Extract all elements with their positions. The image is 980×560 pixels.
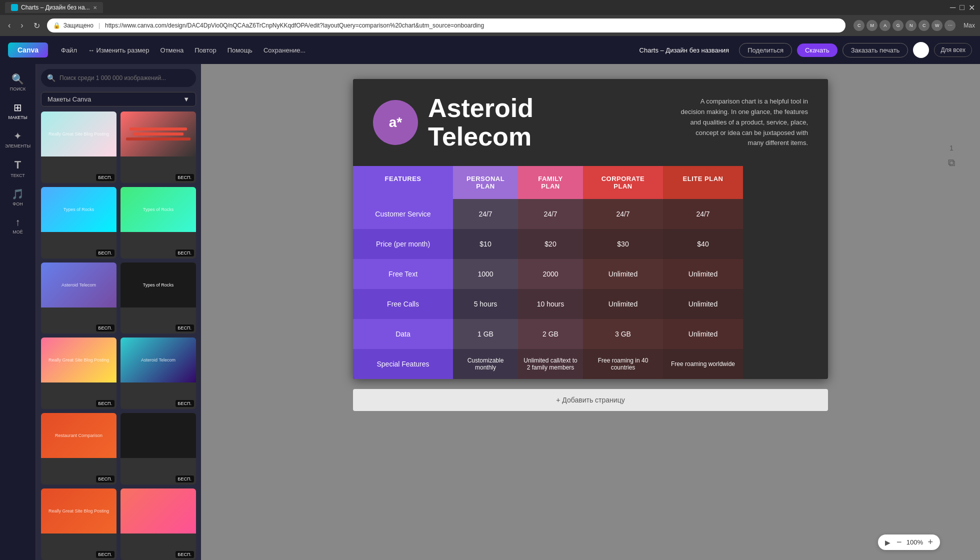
url-text: https://www.canva.com/design/DAC4DpVio0Q… [105, 22, 484, 29]
template-badge-1: БЕСП. [96, 174, 114, 181]
zoom-out-button[interactable]: − [896, 537, 902, 548]
left-sidebar: 🔍 ПОИСК ⊞ МАКЕТЫ ✦ ЭЛЕМЕНТЫ T ТЕКСТ 🎵 ФО… [0, 64, 36, 560]
cell-elite-special: Free roaming worldwide [663, 349, 743, 379]
tab-close-button[interactable]: ✕ [93, 5, 97, 10]
menu-help[interactable]: Помощь [222, 44, 258, 57]
cell-corporate-data: 3 GB [583, 319, 663, 349]
download-button[interactable]: Скачать [797, 44, 838, 57]
template-preview-11: Really Great Site Blog Posting [41, 488, 116, 534]
menu-save[interactable]: Сохранение... [258, 44, 310, 57]
cell-family-data: 2 GB [518, 319, 583, 349]
template-preview-3: Types of Rocks [41, 187, 116, 232]
sidebar-elements-label: ЭЛЕМЕНТЫ [5, 144, 31, 148]
menu-redo-label: Повтор [194, 46, 216, 54]
sidebar-uploads-label: МОЁ [12, 230, 23, 234]
menu-file[interactable]: Файл [56, 44, 82, 57]
maximize-button[interactable]: □ [960, 3, 964, 12]
lock-icon: 🔒 [53, 22, 60, 29]
template-card-3[interactable]: Types of Rocks БЕСП. [41, 187, 116, 258]
refresh-button[interactable]: ↻ [30, 20, 43, 32]
template-card-10[interactable]: БЕСП. [120, 413, 196, 484]
menu-undo[interactable]: Отмена [156, 44, 189, 57]
add-page-label: + Добавить страницу [556, 396, 624, 404]
menu-redo[interactable]: Повтор [190, 44, 221, 57]
cell-family-customer-service: 24/7 [518, 199, 583, 229]
family-special-value: Unlimited call/text to 2 family members [522, 357, 579, 371]
corporate-price-value: $30 [617, 240, 628, 248]
browser-tab[interactable]: Charts – Дизайн без на... ✕ [5, 2, 103, 13]
search-input[interactable] [60, 74, 190, 82]
canva-logo[interactable]: Canva [8, 42, 48, 58]
background-icon: 🎵 [12, 188, 24, 200]
copy-page-icon[interactable]: ⧉ [948, 157, 955, 168]
template-card-5[interactable]: Asteroid Telecom БЕСП. [41, 262, 116, 334]
template-dropdown[interactable]: Макеты Canva ▼ [41, 92, 196, 106]
back-button[interactable]: ‹ [5, 20, 14, 31]
template-badge-2: БЕСП. [176, 174, 194, 181]
search-icon: 🔍 [12, 73, 24, 85]
template-card-8[interactable]: Asteroid Telecom БЕСП. [120, 338, 196, 409]
for-all-button[interactable]: Для всех [934, 43, 972, 57]
cell-corporate-special: Free roaming in 40 countries [583, 349, 663, 379]
personal-free-calls-value: 5 hours [474, 300, 498, 308]
cell-personal-special: Customizable monthly [453, 349, 518, 379]
sidebar-search-label: ПОИСК [10, 86, 26, 92]
template-card-9[interactable]: Restaurant Comparison БЕСП. [41, 413, 116, 484]
sidebar-item-elements[interactable]: ✦ ЭЛЕМЕНТЫ [3, 126, 33, 152]
templates-grid: Really Great Site Blog Posting БЕСП. БЕС… [36, 112, 201, 560]
address-bar-row: ‹ › ↻ 🔒 Защищено | https://www.canva.com… [0, 15, 980, 36]
close-button[interactable]: ✕ [968, 3, 975, 12]
uploads-icon: ↑ [16, 216, 20, 228]
comparison-table: FEATURES PERSONALPLAN FAMILYPLAN CORPORA… [353, 166, 828, 379]
family-data-value: 2 GB [542, 330, 558, 338]
template-badge-6: БЕСП. [176, 324, 194, 332]
menu-resize[interactable]: ↔ Изменить размер [83, 44, 154, 57]
template-card-7[interactable]: Really Great Site Blog Posting БЕСП. [41, 338, 116, 409]
cell-elite-data: Unlimited [663, 319, 743, 349]
template-badge-4: БЕСП. [176, 250, 194, 256]
elite-data-value: Unlimited [688, 330, 718, 338]
forward-button[interactable]: › [18, 20, 26, 31]
zoom-in-button[interactable]: + [928, 537, 933, 548]
sidebar-item-templates[interactable]: ⊞ МАКЕТЫ [3, 98, 33, 124]
user-avatar[interactable] [913, 42, 929, 58]
family-customer-service-value: 24/7 [544, 210, 557, 218]
add-page-bar[interactable]: + Добавить страницу [353, 389, 828, 411]
window-controls: ─ □ ✕ [950, 3, 975, 12]
design-canvas: a* Asteroid Telecom A comparison chart i… [353, 79, 828, 379]
personal-customer-service-value: 24/7 [478, 210, 492, 218]
canvas-area[interactable]: 1 ⧉ a* Asteroid Telecom A comparison cha… [201, 64, 980, 560]
address-bar[interactable]: 🔒 Защищено | https://www.canva.com/desig… [47, 18, 846, 32]
template-card-1[interactable]: Really Great Site Blog Posting БЕСП. [41, 112, 116, 183]
col-header-corporate: CORPORATEPLAN [583, 166, 663, 199]
family-price-value: $20 [544, 240, 556, 248]
template-card-12[interactable]: БЕСП. [120, 488, 196, 560]
elite-free-calls-value: Unlimited [688, 300, 718, 308]
minimize-button[interactable]: ─ [950, 3, 956, 12]
sidebar-item-search[interactable]: 🔍 ПОИСК [3, 69, 33, 96]
chevron-down-icon: ▼ [183, 96, 190, 103]
template-card-2[interactable]: БЕСП. [120, 112, 196, 183]
template-card-6[interactable]: Types of Rocks БЕСП. [120, 262, 196, 334]
user-name: Max [964, 22, 975, 29]
print-button[interactable]: Заказать печать [842, 43, 908, 58]
personal-price-value: $10 [480, 240, 491, 248]
zoom-level: 100% [904, 538, 924, 546]
template-card-4[interactable]: Types of Rocks БЕСП. [120, 187, 196, 258]
search-box[interactable]: 🔍 [41, 69, 196, 87]
present-icon[interactable]: ▶ [885, 538, 890, 546]
cell-personal-price: $10 [453, 229, 518, 259]
zoom-controls: ▶ − 100% + [878, 534, 940, 550]
corporate-customer-service-value: 24/7 [616, 210, 630, 218]
dropdown-label: Макеты Canva [48, 96, 91, 103]
sidebar-item-text[interactable]: T ТЕКСТ [3, 154, 33, 182]
cell-elite-customer-service: 24/7 [663, 199, 743, 229]
url-separator: | [98, 22, 100, 29]
template-card-11[interactable]: Really Great Site Blog Posting БЕСП. [41, 488, 116, 560]
menu-resize-label: Изменить размер [96, 46, 150, 54]
sidebar-item-uploads[interactable]: ↑ МОЁ [3, 212, 33, 238]
template-preview-9: Restaurant Comparison [41, 413, 116, 458]
share-button[interactable]: Поделиться [739, 43, 792, 58]
template-preview-4: Types of Rocks [120, 187, 196, 232]
sidebar-item-background[interactable]: 🎵 ФОН [3, 184, 33, 210]
